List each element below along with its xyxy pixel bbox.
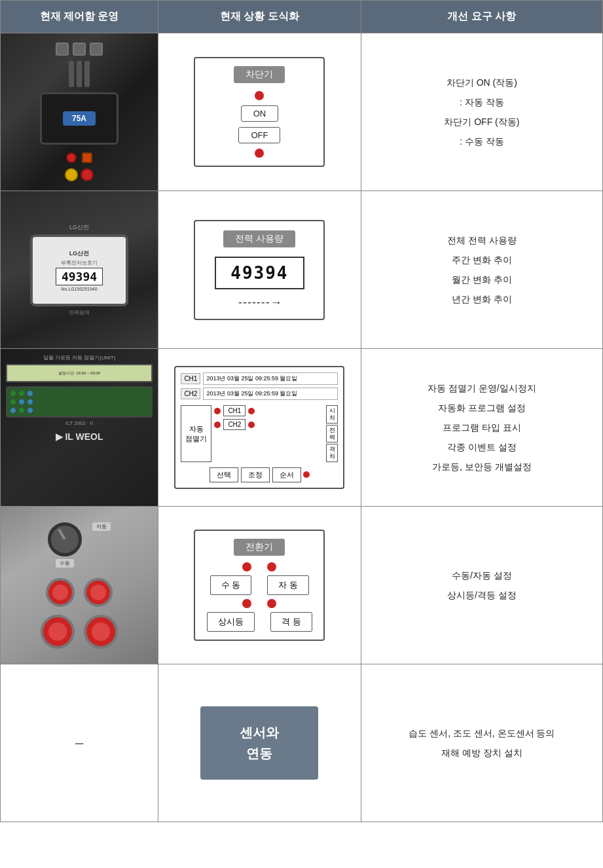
breaker-on-btn: ON xyxy=(241,105,279,122)
diagram-cell-breaker: 차단기 ON OFF xyxy=(158,33,361,191)
req-cell-auto: 자동 점멸기 운영/일시정지 자동화 프로그램 설정 프로그램 타입 표시 각종… xyxy=(361,349,602,507)
req-auto-2: 자동화 프로그램 설정 xyxy=(377,399,587,417)
row-transfer-switch: 수동 자동 xyxy=(1,507,603,664)
diagram-cell-meter: 전력 사용량 49394 - - - - - - - → xyxy=(158,191,361,349)
sensor-diagram: 센서와 연동 xyxy=(200,706,318,780)
transfer-title: 전환기 xyxy=(234,539,285,556)
transfer-led-manual-top xyxy=(242,562,251,571)
auto-led-ch1 xyxy=(214,408,221,414)
diagram-cell-auto: CH1 2013년 03월 25일 09:25:59 월요일 CH2 2013년… xyxy=(158,349,361,507)
req-meter-1: 전체 전력 사용량 xyxy=(377,231,587,249)
req-cell-breaker: 차단기 ON (작동) : 자동 작동 차단기 OFF (작동) : 수동 작동 xyxy=(361,33,602,191)
req-breaker-3: 차단기 OFF (작동) xyxy=(377,113,587,131)
req-sensor-1: 습도 센서, 조도 센서, 온도센서 등의 xyxy=(377,724,587,742)
req-breaker-1: 차단기 ON (작동) xyxy=(377,73,587,92)
req-auto-3: 프로그램 타입 표시 xyxy=(377,418,587,437)
photo-cell-meter: LG산전 LG산전 부록전자보호기 49394 No.LG150251940 전… xyxy=(1,191,158,349)
header-col1: 현재 제어함 운영 xyxy=(1,1,158,33)
auto-led-side1 xyxy=(248,408,255,414)
meter-arrow: - - - - - - - → xyxy=(238,296,281,310)
transfer-manual-btn: 수 동 xyxy=(210,575,252,595)
row-circuit-breaker: 75A 차단기 xyxy=(1,33,603,191)
auto-order-btn: 순서 xyxy=(272,467,301,482)
photo-cell-auto: 일몰 가로등 자동 점멸기(UNIT) 설정시간: 18:00 ~ 06:00 xyxy=(1,349,158,507)
auto-brand-label: ▶ IL WEOL xyxy=(6,431,153,442)
auto-select-btn: 선택 xyxy=(210,467,238,482)
req-meter-3: 월간 변화 추이 xyxy=(377,270,587,289)
req-sensor-2: 재해 예방 장치 설치 xyxy=(377,744,587,762)
req-cell-transfer: 수동/자동 설정 상시등/격등 설정 xyxy=(361,507,602,664)
req-auto-5: 가로등, 보안등 개별설정 xyxy=(377,458,587,476)
transfer-led-emergency-top xyxy=(267,599,276,608)
transfer-normal-btn: 상시등 xyxy=(207,612,255,632)
auto-ch2-btn: CH2 xyxy=(223,419,246,430)
header-col2: 현재 상황 도식화 xyxy=(158,1,361,33)
breaker-led-top xyxy=(255,91,264,100)
req-transfer-2: 상시등/격등 설정 xyxy=(377,586,587,604)
req-breaker-2: : 자동 작동 xyxy=(377,93,587,111)
transfer-led-auto-top xyxy=(267,562,276,571)
breaker-title: 차단기 xyxy=(234,66,285,83)
req-breaker-4: : 수동 작동 xyxy=(377,132,587,151)
breaker-led-bottom xyxy=(255,149,264,158)
transfer-auto-btn: 자 동 xyxy=(267,575,309,595)
breaker-off-btn: OFF xyxy=(238,127,280,143)
diagram-cell-transfer: 전환기 수 동 자 동 xyxy=(158,507,361,664)
auto-photo-header: 일몰 가로등 자동 점멸기(UNIT) xyxy=(6,354,153,361)
auto-main-label: 자동점멸기 xyxy=(185,424,207,443)
req-meter-2: 주간 변화 추이 xyxy=(377,251,587,269)
auto-led-bottom xyxy=(303,471,310,478)
auto-led-side2 xyxy=(248,422,255,428)
auto-ch1-btn: CH1 xyxy=(223,405,246,416)
sensor-dash: – xyxy=(1,664,158,822)
auto-ch2-label: CH2 xyxy=(181,388,200,399)
req-meter-4: 년간 변화 추이 xyxy=(377,290,587,308)
header-col3: 개선 요구 사항 xyxy=(361,1,602,33)
main-table: 현재 제어함 운영 현재 상황 도식화 개선 요구 사항 xyxy=(0,0,603,822)
photo-cell-sensor: – xyxy=(1,664,158,822)
meter-value: 49394 xyxy=(215,257,304,289)
meter-title: 전력 사용량 xyxy=(223,230,295,247)
row-auto-controller: 일몰 가로등 자동 점멸기(UNIT) 설정시간: 18:00 ~ 06:00 xyxy=(1,349,603,507)
req-transfer-1: 수동/자동 설정 xyxy=(377,566,587,585)
row-sensor: – 센서와 연동 습도 센서, 조도 센서, 온도센서 등의 재해 예방 장치 … xyxy=(1,664,603,822)
auto-ch1-label: CH1 xyxy=(181,373,200,384)
req-auto-4: 각종 이벤트 설정 xyxy=(377,438,587,456)
photo-cell-breaker: 75A xyxy=(1,33,158,191)
auto-led-ch2 xyxy=(214,422,221,428)
row-power-meter: LG산전 LG산전 부록전자보호기 49394 No.LG150251940 전… xyxy=(1,191,603,349)
auto-ch2-time: 2013년 03월 25일 09:25:59 월요일 xyxy=(203,388,338,400)
auto-side-label-1: 시차 xyxy=(326,405,338,424)
req-cell-meter: 전체 전력 사용량 주간 변화 추이 월간 변화 추이 년간 변화 추이 xyxy=(361,191,602,349)
photo-cell-transfer: 수동 자동 xyxy=(1,507,158,664)
auto-ch1-time: 2013년 03월 25일 09:25:59 월요일 xyxy=(203,372,338,385)
diagram-cell-sensor: 센서와 연동 xyxy=(158,664,361,822)
req-cell-sensor: 습도 센서, 조도 센서, 온도센서 등의 재해 예방 장치 설치 xyxy=(361,664,602,822)
auto-side-label-2: 전력 xyxy=(326,425,338,443)
auto-photo-display: 설정시간: 18:00 ~ 06:00 xyxy=(6,364,153,382)
auto-adjust-btn: 조정 xyxy=(241,467,270,482)
transfer-emergency-btn: 격 등 xyxy=(270,612,312,632)
auto-side-label-3: 격차 xyxy=(326,444,338,462)
transfer-led-normal-top xyxy=(242,599,251,608)
req-auto-1: 자동 점멸기 운영/일시정지 xyxy=(377,379,587,397)
